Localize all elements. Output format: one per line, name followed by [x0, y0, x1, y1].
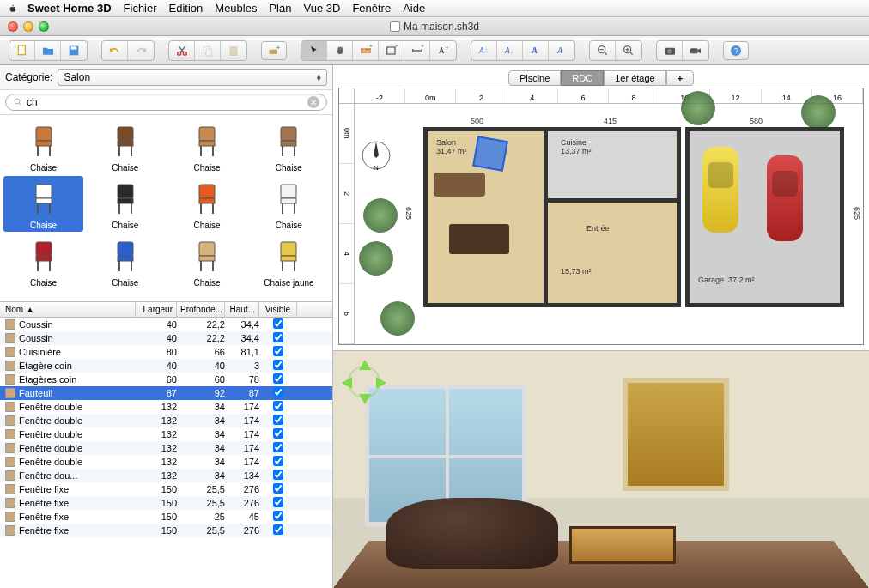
visible-checkbox[interactable]	[273, 442, 283, 452]
category-select[interactable]: Salon ▴▾	[58, 69, 327, 86]
nav-right-icon[interactable]	[376, 377, 386, 389]
catalog-item[interactable]: Chaise	[167, 118, 247, 174]
visible-checkbox[interactable]	[273, 360, 283, 370]
menu-meubles[interactable]: Meubles	[215, 2, 257, 15]
visible-checkbox[interactable]	[273, 387, 283, 397]
table-row[interactable]: Fenêtre double 13234174	[0, 427, 332, 441]
svg-text:+: +	[421, 44, 424, 49]
table-row[interactable]: Fenêtre double 13234174	[0, 455, 332, 469]
visible-checkbox[interactable]	[273, 428, 283, 439]
undo-button[interactable]	[102, 41, 128, 60]
table-row[interactable]: Coussin 4022,234,4	[0, 331, 332, 345]
cut-button[interactable]	[169, 41, 195, 60]
room-tool[interactable]: +	[379, 41, 404, 60]
visible-checkbox[interactable]	[273, 332, 283, 342]
visible-checkbox[interactable]	[273, 401, 283, 411]
catalog-item[interactable]: Chaise	[3, 233, 83, 289]
menu-vue3d[interactable]: Vue 3D	[303, 2, 340, 15]
table-row[interactable]: Fauteuil 879287	[0, 386, 332, 400]
tab-level[interactable]: RDC	[561, 70, 604, 86]
table-row[interactable]: Fenêtre fixe 15025,5276	[0, 496, 332, 510]
col-depth[interactable]: Profonde...	[177, 302, 225, 317]
zoom-in-button[interactable]	[616, 41, 641, 60]
table-row[interactable]: Etagère coin 40403	[0, 359, 332, 373]
catalog-item[interactable]: Chaise	[3, 176, 83, 232]
text-size-down[interactable]: A↓	[497, 41, 523, 60]
text-tool[interactable]: A+	[430, 41, 456, 60]
menu-plan[interactable]: Plan	[269, 2, 291, 15]
visible-checkbox[interactable]	[273, 415, 283, 425]
selected-furniture[interactable]	[472, 136, 508, 172]
table-row[interactable]: Fenêtre double 13234174	[0, 441, 332, 455]
visible-checkbox[interactable]	[273, 483, 283, 494]
table-row[interactable]: Fenêtre fixe 15025,5276	[0, 524, 332, 537]
plan-view[interactable]: -20m246810121416 0m246 N	[338, 88, 864, 345]
text-bold[interactable]: A	[523, 41, 549, 60]
table-row[interactable]: Fenêtre fixe 1502545	[0, 510, 332, 524]
plan-canvas[interactable]: N	[355, 104, 863, 344]
table-row[interactable]: Coussin 4022,234,4	[0, 318, 332, 331]
visible-checkbox[interactable]	[273, 346, 283, 356]
select-tool[interactable]	[301, 41, 327, 60]
catalog-item[interactable]: Chaise	[3, 118, 83, 174]
nav-up-icon[interactable]	[359, 360, 371, 370]
text-italic[interactable]: A	[549, 41, 574, 60]
tab-level[interactable]: Piscine	[508, 70, 561, 86]
nav-pad[interactable]	[340, 358, 388, 406]
table-row[interactable]: Cuisinière 806681,1	[0, 345, 332, 359]
copy-button[interactable]	[195, 41, 221, 60]
search-input[interactable]	[27, 96, 307, 108]
menu-edition[interactable]: Edition	[169, 2, 204, 15]
tab-level[interactable]: 1er étage	[604, 70, 665, 86]
text-size-up[interactable]: A↑	[471, 41, 497, 60]
table-row[interactable]: Fenêtre fixe 15025,5276	[0, 482, 332, 496]
visible-checkbox[interactable]	[273, 470, 283, 480]
table-row[interactable]: Fenêtre dou... 13234134	[0, 469, 332, 482]
catalog-item[interactable]: Chaise jaune	[249, 233, 329, 289]
menu-fenetre[interactable]: Fenêtre	[352, 2, 391, 15]
tab-add-level[interactable]: +	[666, 70, 694, 86]
nav-left-icon[interactable]	[342, 377, 352, 389]
menu-fichier[interactable]: Fichier	[124, 2, 157, 15]
view-3d[interactable]	[333, 351, 869, 588]
nav-down-icon[interactable]	[359, 394, 371, 404]
visible-checkbox[interactable]	[273, 524, 283, 535]
pan-tool[interactable]	[327, 41, 353, 60]
col-height[interactable]: Haut...	[225, 302, 259, 317]
table-row[interactable]: Etagères coin 606078	[0, 373, 332, 386]
table-row[interactable]: Fenêtre double 13234174	[0, 400, 332, 414]
svg-rect-7	[230, 46, 237, 55]
save-button[interactable]	[61, 41, 87, 60]
photo-button[interactable]	[657, 41, 683, 60]
zoom-out-button[interactable]	[590, 41, 616, 60]
col-visible[interactable]: Visible	[259, 302, 297, 317]
visible-checkbox[interactable]	[273, 373, 283, 384]
catalog-item[interactable]: Chaise	[167, 233, 247, 289]
paste-button[interactable]	[221, 41, 246, 60]
catalog-item[interactable]: Chaise	[249, 118, 329, 174]
add-furniture-button[interactable]: +	[261, 41, 287, 60]
wall-tool[interactable]: +	[353, 41, 379, 60]
col-width[interactable]: Largeur	[136, 302, 177, 317]
catalog-item[interactable]: Chaise	[85, 118, 165, 174]
help-button[interactable]: ?	[723, 41, 749, 60]
menu-aide[interactable]: Aide	[403, 2, 425, 15]
svg-rect-72	[199, 256, 215, 261]
col-name[interactable]: Nom ▲	[0, 302, 136, 317]
table-row[interactable]: Fenêtre double 13234174	[0, 414, 332, 427]
catalog-item[interactable]: Chaise	[249, 176, 329, 232]
catalog-item[interactable]: Chaise	[167, 176, 247, 232]
catalog-item[interactable]: Chaise	[85, 233, 165, 289]
new-button[interactable]	[9, 41, 35, 60]
catalog-item[interactable]: Chaise	[85, 176, 165, 232]
visible-checkbox[interactable]	[273, 456, 283, 466]
video-button[interactable]	[683, 41, 708, 60]
visible-checkbox[interactable]	[273, 511, 283, 521]
open-button[interactable]	[35, 41, 61, 60]
clear-search-icon[interactable]: ✕	[307, 96, 319, 108]
visible-checkbox[interactable]	[273, 318, 283, 329]
redo-button[interactable]	[128, 41, 154, 60]
catalog-search[interactable]: ✕	[5, 94, 327, 111]
dimension-tool[interactable]: +	[404, 41, 430, 60]
visible-checkbox[interactable]	[273, 497, 283, 507]
